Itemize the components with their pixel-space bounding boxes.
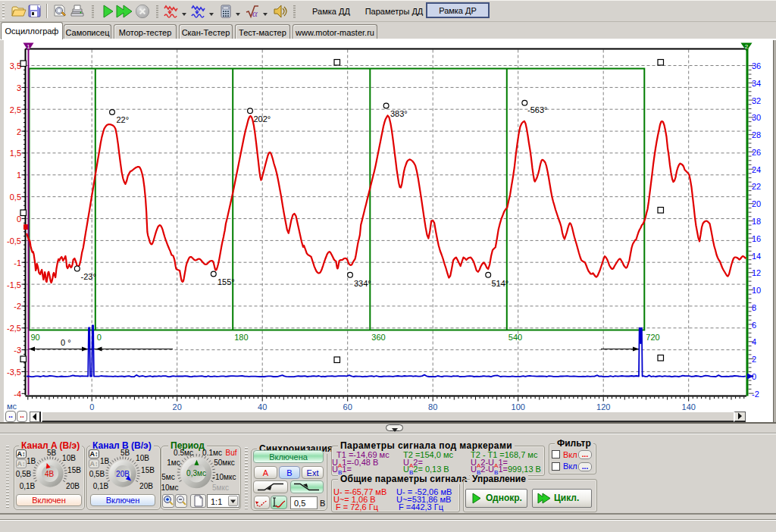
svg-text:60: 60: [343, 402, 352, 412]
svg-text:3,5: 3,5: [10, 61, 21, 70]
svg-text:20: 20: [752, 199, 761, 208]
svg-text:720: 720: [646, 333, 659, 342]
svg-text:140: 140: [682, 402, 696, 412]
svg-text:2: 2: [17, 127, 21, 136]
svg-text:1: 1: [27, 43, 30, 50]
svg-text:180: 180: [234, 333, 248, 342]
svg-text:12: 12: [752, 268, 761, 277]
svg-text:32: 32: [752, 96, 761, 105]
svg-text:-1,5: -1,5: [7, 280, 21, 289]
svg-text:0 °: 0 °: [61, 338, 71, 347]
svg-text:14: 14: [752, 252, 761, 261]
svg-text:2,5: 2,5: [10, 105, 21, 114]
svg-text:30: 30: [752, 113, 761, 122]
svg-text:80: 80: [428, 402, 437, 412]
svg-text:0,5: 0,5: [10, 192, 21, 202]
svg-text:20: 20: [173, 402, 182, 412]
svg-text:22°: 22°: [117, 115, 130, 124]
svg-text:-3,5: -3,5: [7, 368, 21, 377]
svg-text:-0,5: -0,5: [7, 236, 21, 246]
svg-text:-2: -2: [14, 302, 21, 311]
svg-text:10: 10: [752, 286, 761, 295]
svg-text:мс: мс: [7, 402, 17, 411]
svg-text:-4: -4: [14, 390, 21, 399]
svg-text:34: 34: [752, 79, 761, 88]
svg-text:0: 0: [97, 333, 102, 342]
svg-text:155°: 155°: [217, 277, 235, 286]
svg-text:8: 8: [752, 303, 756, 312]
svg-text:-23°: -23°: [81, 272, 96, 281]
svg-text:-2,5: -2,5: [7, 324, 21, 333]
svg-text:6: 6: [752, 321, 756, 330]
svg-text:16: 16: [752, 234, 761, 243]
svg-text:1: 1: [17, 171, 21, 180]
svg-text:-3: -3: [14, 346, 21, 355]
svg-text:24: 24: [752, 165, 761, 174]
svg-text:1,5: 1,5: [10, 149, 21, 158]
svg-text:100: 100: [512, 402, 525, 412]
svg-text:-2: -2: [752, 390, 759, 399]
svg-text:540: 540: [508, 333, 522, 342]
svg-text:0: 0: [89, 402, 94, 412]
svg-text:2: 2: [752, 355, 756, 364]
svg-text:202°: 202°: [254, 114, 271, 124]
svg-text:26: 26: [752, 148, 761, 157]
svg-text:2: 2: [745, 43, 749, 50]
svg-text:40: 40: [258, 402, 267, 412]
svg-text:28: 28: [752, 130, 761, 139]
svg-text:-1: -1: [14, 258, 21, 268]
svg-text:360: 360: [371, 333, 385, 342]
svg-text:334°: 334°: [354, 279, 371, 288]
svg-text:36: 36: [752, 61, 761, 70]
svg-text:120: 120: [596, 402, 610, 412]
svg-text:514°: 514°: [492, 279, 509, 288]
svg-text:18: 18: [752, 217, 761, 226]
svg-text:90: 90: [31, 333, 40, 342]
svg-text:3: 3: [17, 83, 21, 92]
svg-text:-563°: -563°: [527, 105, 547, 114]
svg-text:22: 22: [752, 182, 761, 191]
svg-text:383°: 383°: [390, 109, 408, 118]
svg-text:4: 4: [752, 337, 756, 346]
